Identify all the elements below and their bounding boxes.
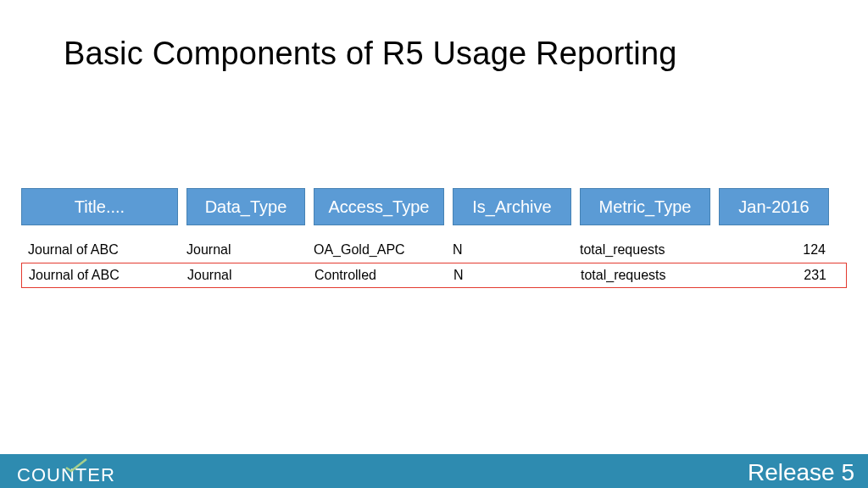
header-access-type: Access_Type <box>314 188 444 225</box>
slide: Basic Components of R5 Usage Reporting T… <box>0 0 868 488</box>
cell-data-type: Journal <box>187 268 314 283</box>
page-title: Basic Components of R5 Usage Reporting <box>64 36 677 72</box>
logo-text-part1: COU <box>17 464 61 486</box>
cell-value: 124 <box>719 242 829 258</box>
cell-access-type: OA_Gold_APC <box>314 242 453 258</box>
table-body: Journal of ABCJournalOA_Gold_APCNtotal_r… <box>21 237 847 288</box>
table-header-row: Title.... Data_Type Access_Type Is_Archi… <box>21 188 847 225</box>
header-is-archive: Is_Archive <box>453 188 571 225</box>
cell-is-archive: N <box>453 242 580 258</box>
swoosh-icon <box>64 458 88 473</box>
release-label: Release 5 <box>748 459 854 486</box>
report-table: Title.... Data_Type Access_Type Is_Archi… <box>21 188 847 288</box>
header-metric-type: Metric_Type <box>580 188 710 225</box>
cell-title: Journal of ABC <box>26 242 186 258</box>
header-data-type: Data_Type <box>186 188 305 225</box>
header-title: Title.... <box>21 188 178 225</box>
header-month: Jan-2016 <box>719 188 829 225</box>
footer-bar <box>0 454 868 488</box>
cell-access-type: Controlled <box>314 268 453 283</box>
logo-text-part2: N <box>61 464 75 486</box>
cell-is-archive: N <box>453 268 581 283</box>
cell-title: Journal of ABC <box>27 268 187 283</box>
counter-logo: COUNTER <box>17 464 115 486</box>
cell-metric-type: total_requests <box>580 242 719 258</box>
cell-value: 231 <box>720 268 830 283</box>
table-row: Journal of ABCJournalOA_Gold_APCNtotal_r… <box>21 237 847 263</box>
cell-metric-type: total_requests <box>581 268 720 283</box>
cell-data-type: Journal <box>186 242 314 258</box>
table-row: Journal of ABCJournalControlledNtotal_re… <box>21 263 847 288</box>
